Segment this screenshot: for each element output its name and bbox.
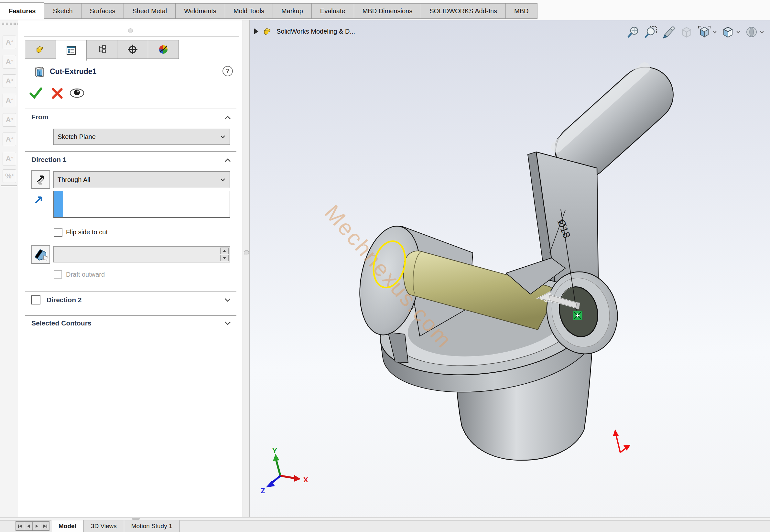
tab-navigation-buttons	[16, 521, 49, 531]
direction1-section-header[interactable]: Direction 1	[31, 156, 67, 164]
ribbon-tab-mbd-dimensions[interactable]: MBD Dimensions	[354, 3, 421, 19]
previous-view-icon[interactable]	[662, 25, 676, 39]
help-icon[interactable]: ?	[222, 66, 233, 76]
panel-collapse-handle[interactable]	[128, 28, 133, 33]
tab-3d-views[interactable]: 3D Views	[84, 520, 124, 532]
start-condition-dropdown[interactable]: Sketch Plane	[53, 129, 230, 145]
feature-header: Cut-Extrude1 ?	[18, 65, 242, 80]
section-divider	[25, 291, 236, 292]
triad-z-label: Z	[261, 487, 265, 495]
next-tab-button[interactable]	[33, 522, 41, 530]
section-divider	[25, 151, 236, 152]
property-manager-panel: Cut-Extrude1 ? From Sketch Plane	[18, 20, 242, 517]
zoom-to-area-icon[interactable]	[644, 25, 658, 39]
motion-chain-icon: %	[3, 169, 16, 183]
ribbon-tab-sketch[interactable]: Sketch	[44, 3, 81, 19]
draft-button[interactable]	[31, 245, 50, 264]
reference-arrows	[613, 429, 631, 452]
zoom-to-fit-icon[interactable]	[626, 25, 640, 39]
start-condition-value: Sketch Plane	[58, 133, 96, 141]
draft-outward-checkbox	[54, 270, 62, 279]
dimxpert-target-icon	[127, 44, 138, 55]
splitter-handle[interactable]	[244, 250, 249, 255]
graphics-viewport[interactable]: SolidWorks Modeling & D...	[250, 20, 770, 517]
part-icon	[262, 27, 273, 36]
show-preview-eye-icon[interactable]	[69, 88, 85, 98]
capture-3d-view-icon: A	[3, 152, 16, 165]
ribbon-tab-sheet-metal[interactable]: Sheet Metal	[123, 3, 175, 19]
tab-dimxpertmanager[interactable]	[117, 40, 148, 59]
feature-title: Cut-Extrude1	[50, 67, 96, 76]
from-section-header[interactable]: From	[31, 113, 48, 121]
spinner-down-icon[interactable]	[220, 255, 229, 261]
panel-divider	[24, 36, 239, 37]
collapse-from-icon[interactable]	[224, 115, 231, 120]
direction2-section-header[interactable]: Direction 2	[47, 296, 82, 304]
configurationmanager-icon	[96, 44, 107, 55]
ribbon-tab-bar: Features Sketch Surfaces Sheet Metal Wel…	[0, 0, 770, 20]
annotation-scheme-icon: A	[3, 113, 16, 127]
document-tabs: Model 3D Views Motion Study 1	[51, 520, 180, 532]
cut-extrude-icon	[33, 65, 45, 80]
panel-splitter[interactable]	[242, 20, 250, 517]
manager-tabs	[25, 40, 179, 61]
end-condition-dropdown[interactable]: Through All	[53, 171, 230, 188]
end-condition-value: Through All	[58, 176, 90, 184]
chevron-down-icon[interactable]	[736, 30, 741, 34]
origin-triad: Y X Z	[261, 447, 308, 495]
draft-angle-spinner[interactable]	[220, 248, 229, 261]
feature-tree-flyout[interactable]: SolidWorks Modeling & D...	[254, 27, 355, 36]
ribbon-tab-mold-tools[interactable]: Mold Tools	[225, 3, 273, 19]
collapse-direction1-icon[interactable]	[224, 158, 231, 163]
selected-contours-header[interactable]: Selected Contours	[31, 319, 91, 327]
tab-displaymanager[interactable]	[148, 40, 179, 59]
direction-selection-listbox[interactable]	[53, 191, 230, 218]
expand-tree-icon[interactable]	[254, 28, 258, 34]
tab-model[interactable]: Model	[51, 520, 84, 532]
add-annotation-icon: A	[3, 94, 16, 107]
draft-angle-field[interactable]	[53, 246, 230, 262]
expand-direction2-icon[interactable]	[224, 297, 231, 303]
section-view-icon[interactable]	[680, 25, 693, 39]
annotation-toolbar: A A A A A A A %	[0, 20, 18, 517]
sketch-point-handle[interactable]	[573, 311, 582, 320]
model-canvas[interactable]: Mechnexus.com Ø18	[250, 20, 770, 517]
displaymanager-sphere-icon	[158, 44, 169, 55]
previous-tab-button[interactable]	[24, 522, 33, 530]
flip-side-checkbox[interactable]	[54, 228, 62, 237]
first-tab-button[interactable]	[16, 522, 24, 530]
ribbon-tab-features[interactable]: Features	[0, 2, 44, 19]
hide-show-items-icon[interactable]	[745, 25, 758, 39]
ribbon-tab-surfaces[interactable]: Surfaces	[81, 3, 124, 19]
ribbon-tab-weldments[interactable]: Weldments	[175, 3, 225, 19]
section-divider	[25, 109, 236, 109]
tree-root-label: SolidWorks Modeling & D...	[276, 28, 355, 35]
direction-reference-icon	[34, 195, 44, 205]
solidworks-window: Features Sketch Surfaces Sheet Metal Wel…	[0, 0, 770, 532]
ribbon-tab-markup[interactable]: Markup	[273, 3, 311, 19]
tab-featuremanager-tree[interactable]	[25, 40, 56, 59]
expand-contours-icon[interactable]	[224, 321, 231, 326]
model-part[interactable]	[352, 56, 685, 460]
draft-icon	[33, 247, 48, 261]
spinner-up-icon[interactable]	[220, 248, 229, 254]
cancel-button[interactable]	[51, 87, 63, 100]
ok-button[interactable]	[29, 87, 43, 100]
ribbon-tab-evaluate[interactable]: Evaluate	[311, 3, 354, 19]
tab-configurationmanager[interactable]	[87, 40, 117, 59]
chevron-down-icon[interactable]	[760, 30, 764, 34]
tab-motion-study-1[interactable]: Motion Study 1	[124, 520, 180, 532]
reverse-direction-button[interactable]	[31, 170, 50, 189]
ribbon-tab-solidworks-add-ins[interactable]: SOLIDWORKS Add-Ins	[421, 3, 506, 19]
display-style-icon[interactable]	[721, 25, 735, 39]
last-tab-button[interactable]	[41, 522, 49, 530]
save-annotation-views-icon: A	[3, 133, 16, 146]
selection-active-strip	[54, 191, 63, 217]
tab-propertymanager[interactable]	[56, 40, 87, 61]
direction2-checkbox[interactable]	[31, 295, 40, 304]
ribbon-tab-mbd[interactable]: MBD	[506, 3, 537, 19]
scrollbar-handle[interactable]	[132, 518, 140, 520]
view-orientation-icon[interactable]	[698, 25, 711, 39]
import-annotation-icon: A	[3, 74, 16, 88]
chevron-down-icon[interactable]	[712, 30, 717, 34]
